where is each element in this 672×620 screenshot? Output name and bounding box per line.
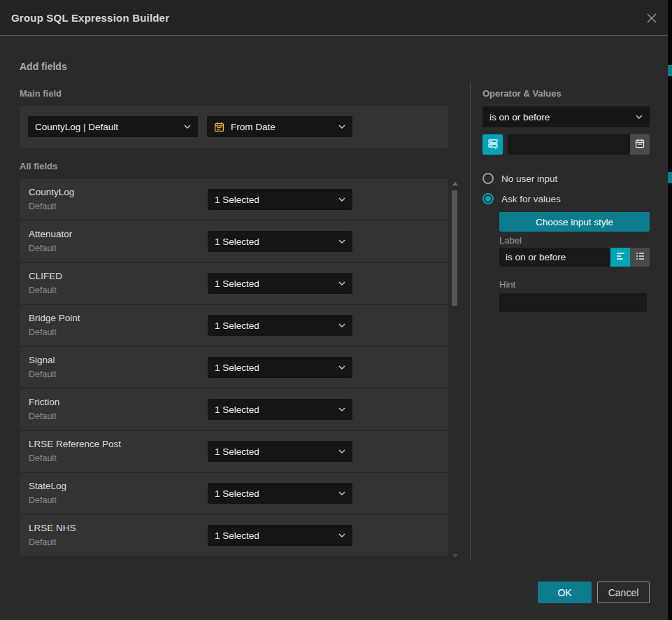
- main-field-dropdown[interactable]: From Date: [207, 116, 352, 137]
- field-values-dropdown-value: 1 Selected: [215, 446, 333, 457]
- main-layer-dropdown-value: CountyLog | Default: [35, 122, 178, 132]
- radio-circle-icon: [482, 173, 494, 184]
- field-name: Attenuator: [29, 229, 72, 239]
- value-type-toggle-button[interactable]: [482, 134, 503, 155]
- main-field-dropdown-value: From Date: [231, 122, 333, 132]
- field-values-dropdown[interactable]: 1 Selected: [208, 273, 352, 294]
- radio-ask-for-values[interactable]: Ask for values: [482, 192, 650, 206]
- field-name: CLIFED: [29, 271, 62, 281]
- field-values-dropdown-value: 1 Selected: [215, 320, 333, 331]
- chevron-down-icon: [184, 125, 191, 129]
- field-values-dropdown[interactable]: 1 Selected: [208, 399, 352, 420]
- all-fields-list: CountyLog Default 1 Selected Attenuator …: [20, 179, 448, 557]
- field-name: LRSE NHS: [29, 523, 76, 533]
- main-field-heading: Main field: [20, 88, 62, 99]
- field-row: CLIFED Default 1 Selected: [20, 263, 448, 304]
- label-style-text-button[interactable]: [610, 248, 630, 267]
- dialog-titlebar: Group SQL Expression Builder: [0, 0, 668, 36]
- field-subtitle: Default: [29, 202, 57, 211]
- field-subtitle: Default: [29, 537, 57, 547]
- calendar-picker-button[interactable]: [630, 134, 650, 155]
- field-name: StateLog: [29, 481, 66, 491]
- add-fields-heading: Add fields: [20, 61, 67, 72]
- value-list-icon: [487, 138, 499, 151]
- chevron-down-icon: [338, 197, 345, 202]
- radio-ask-for-values-label: Ask for values: [501, 194, 561, 204]
- radio-circle-icon: [482, 193, 494, 204]
- field-subtitle: Default: [29, 369, 57, 379]
- field-values-dropdown-value: 1 Selected: [215, 279, 333, 289]
- field-values-dropdown-value: 1 Selected: [215, 488, 333, 499]
- field-row: Signal Default 1 Selected: [20, 347, 448, 388]
- value-entry-row: [482, 134, 650, 155]
- chevron-down-icon: [338, 281, 345, 286]
- field-row: LRSE NHS Default 1 Selected: [20, 515, 448, 556]
- label-style-list-button[interactable]: [630, 248, 650, 267]
- choose-input-style-button[interactable]: Choose input style: [499, 212, 650, 232]
- field-values-dropdown[interactable]: 1 Selected: [208, 315, 352, 336]
- scrollbar-up-arrow-icon[interactable]: [452, 182, 458, 185]
- panel-divider: [470, 82, 471, 561]
- field-row: Bridge Point Default 1 Selected: [20, 305, 448, 346]
- field-name: Bridge Point: [29, 313, 80, 323]
- field-values-dropdown[interactable]: 1 Selected: [208, 231, 352, 252]
- label-caption: Label: [499, 235, 522, 246]
- field-values-dropdown[interactable]: 1 Selected: [208, 357, 352, 378]
- chevron-down-icon: [338, 239, 345, 244]
- field-name: LRSE Reference Post: [29, 439, 121, 449]
- hint-caption: Hint: [499, 279, 515, 290]
- field-subtitle: Default: [29, 495, 57, 505]
- label-input[interactable]: [499, 248, 610, 267]
- chevron-down-icon: [338, 533, 345, 537]
- field-row: StateLog Default 1 Selected: [20, 473, 448, 514]
- field-row: CountyLog Default 1 Selected: [20, 179, 448, 220]
- field-subtitle: Default: [29, 453, 57, 463]
- field-subtitle: Default: [29, 244, 57, 253]
- chevron-down-icon: [338, 365, 345, 369]
- field-values-dropdown-value: 1 Selected: [215, 195, 333, 205]
- list-scrollbar[interactable]: [451, 179, 459, 561]
- align-left-icon: [615, 251, 626, 263]
- radio-no-user-input-label: No user input: [501, 174, 557, 184]
- edge-accent-mark: [668, 65, 672, 76]
- field-values-dropdown-value: 1 Selected: [215, 404, 333, 415]
- field-values-dropdown-value: 1 Selected: [215, 530, 333, 541]
- main-field-panel: CountyLog | Default From Date: [20, 106, 448, 148]
- field-values-dropdown-value: 1 Selected: [215, 237, 333, 247]
- page-edge-strip: [668, 0, 672, 620]
- close-icon[interactable]: [645, 12, 658, 24]
- ok-button[interactable]: OK: [538, 582, 592, 603]
- chevron-down-icon: [338, 323, 345, 327]
- hint-input[interactable]: [499, 293, 647, 312]
- field-name: Friction: [29, 397, 59, 407]
- operator-dropdown-value: is on or before: [489, 112, 630, 122]
- date-value-input[interactable]: [508, 134, 630, 155]
- scrollbar-thumb[interactable]: [452, 190, 457, 306]
- field-row: LRSE Reference Post Default 1 Selected: [20, 431, 448, 472]
- field-values-dropdown-value: 1 Selected: [215, 362, 333, 373]
- chevron-down-icon: [636, 115, 643, 119]
- calendar-icon: [214, 122, 224, 132]
- group-sql-expression-builder-dialog: Group SQL Expression Builder Add fields …: [0, 0, 668, 620]
- chevron-down-icon: [338, 449, 345, 453]
- field-row: Friction Default 1 Selected: [20, 389, 448, 430]
- field-values-dropdown[interactable]: 1 Selected: [208, 483, 352, 504]
- field-values-dropdown[interactable]: 1 Selected: [208, 441, 352, 462]
- field-values-dropdown[interactable]: 1 Selected: [208, 525, 352, 546]
- scrollbar-down-arrow-icon[interactable]: [452, 554, 458, 558]
- operator-values-heading: Operator & Values: [482, 88, 562, 99]
- field-name: CountyLog: [29, 187, 74, 197]
- main-layer-dropdown[interactable]: CountyLog | Default: [28, 116, 198, 137]
- chevron-down-icon: [338, 125, 345, 129]
- cancel-button[interactable]: Cancel: [597, 582, 650, 603]
- radio-no-user-input[interactable]: No user input: [482, 171, 650, 185]
- operator-dropdown[interactable]: is on or before: [482, 106, 650, 127]
- field-subtitle: Default: [29, 286, 57, 295]
- dialog-title: Group SQL Expression Builder: [0, 12, 169, 24]
- field-subtitle: Default: [29, 411, 57, 421]
- field-values-dropdown[interactable]: 1 Selected: [208, 189, 352, 210]
- edge-accent-mark: [668, 172, 672, 183]
- all-fields-heading: All fields: [20, 161, 57, 171]
- field-row: Attenuator Default 1 Selected: [20, 221, 448, 262]
- field-name: Signal: [29, 355, 55, 365]
